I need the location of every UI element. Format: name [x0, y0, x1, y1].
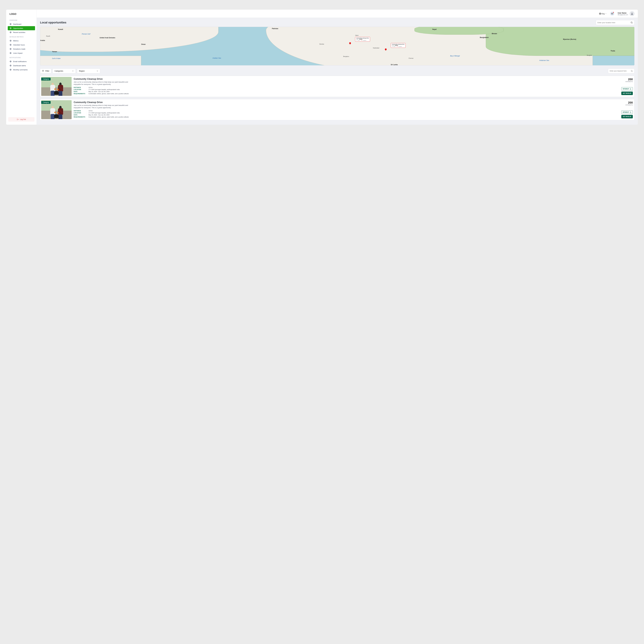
sidebar-item-label: Lives Impact [13, 52, 23, 54]
filters-row: Filter Categories Region [40, 69, 634, 73]
map-popup-time: ⏱ Time [356, 40, 360, 41]
sidebar-section-label: OVERVIEW [8, 18, 35, 22]
meta-value: 17-2-644 hyernagar bapatla, andhraprades… [88, 89, 120, 90]
meta-key: DISTANCE [74, 110, 86, 112]
opportunity-card: CategoryCommunity Cleanup DriveJoin us f… [40, 99, 634, 120]
sidebar-item-label: Recent activities [13, 31, 25, 33]
filter-label: Filter [45, 70, 49, 72]
sidebar-item-opportunities[interactable]: Opportunities [8, 26, 35, 30]
target-icon [10, 52, 12, 54]
map[interactable]: KuwaitPersian GulfRiyadhArabiaUnited Ara… [40, 27, 634, 65]
map-label: Gulf of Aden [52, 58, 61, 59]
map-popup[interactable]: Community cleanup driveDate: 160624⏱ Tim… [391, 43, 406, 48]
target-icon [10, 44, 12, 46]
map-label: Persian Gulf [82, 33, 90, 35]
interest-button[interactable]: INTEREST [621, 111, 633, 114]
target-icon [10, 23, 12, 25]
meta-value: May 23, 2024 - Sun Jun 30, 2024 [88, 91, 109, 92]
chevron-down-icon [72, 70, 74, 72]
sidebar-item-recent-activities[interactable]: Recent activities [8, 30, 35, 34]
svg-point-6 [10, 40, 11, 41]
category-tag: Category [41, 101, 51, 104]
map-label: Oman [141, 43, 146, 45]
target-icon [10, 69, 12, 71]
mail-button[interactable] [610, 11, 614, 16]
page-title: Local opportunities [40, 21, 66, 24]
meta-value: 10 Km [88, 110, 93, 112]
get-involve-button[interactable]: GET INVOLVE [621, 115, 633, 118]
map-label: Arabian Sea [213, 57, 221, 59]
meta-key: REQUIREMENTS [74, 93, 86, 94]
keyword-input[interactable] [610, 70, 631, 72]
svg-point-23 [631, 22, 632, 23]
svg-point-12 [10, 53, 11, 53]
location-input[interactable] [598, 22, 630, 24]
sidebar-item-email-notifications[interactable]: Email notifications [8, 59, 35, 63]
sidebar-section-label: NOTIFICATIONS [8, 55, 35, 59]
map-label: Nepal [432, 28, 437, 30]
sidebar-item-lives-impact[interactable]: Lives Impact [8, 51, 35, 55]
thumbs-up-icon [630, 88, 631, 90]
map-label: Chennai [409, 58, 413, 59]
sidebar-item-donations-made[interactable]: Donations made [8, 47, 35, 51]
logout-label: Log Out [20, 118, 26, 120]
svg-point-22 [632, 13, 632, 14]
sidebar-item-metrics[interactable]: Metrics [8, 39, 35, 43]
map-label: Andaman Sea [539, 60, 549, 61]
meta-value: Comfortable clothes, gloves, water bottl… [88, 116, 129, 118]
target-icon [10, 31, 12, 33]
map-label: Bay of Bengal [450, 55, 460, 57]
map-label: Yemen [52, 51, 57, 53]
sidebar-item-label: Dashboard alerts [13, 65, 26, 67]
svg-point-14 [10, 61, 11, 62]
svg-point-16 [10, 65, 11, 66]
filter-button[interactable]: Filter [40, 69, 51, 73]
sidebar-item-dashboard-alerts[interactable]: Dashboard alerts [8, 63, 35, 68]
map-label: Bangladesh [480, 37, 489, 38]
interest-count-label: INTERESTS [625, 104, 633, 106]
card-description: Join us for a community cleanup drive to… [74, 104, 129, 109]
map-label: Sri Lanka [391, 64, 398, 65]
location-search[interactable] [596, 20, 634, 25]
logout-button[interactable]: Log Out [8, 117, 35, 122]
svg-point-18 [10, 69, 11, 70]
topbar: Eng User Name Abc@gmail.com [37, 10, 638, 18]
card-title: Community Cleanup Drive [74, 78, 620, 80]
svg-point-10 [10, 49, 11, 49]
user-menu[interactable]: User Name Abc@gmail.com [618, 11, 634, 16]
map-label: United Arab Emirates [100, 37, 115, 39]
interest-count: 200 [625, 78, 633, 81]
map-popup-title: Community cleanup drive [356, 37, 369, 39]
map-label: Thaila [611, 50, 615, 52]
meta-key: DATE [74, 114, 86, 116]
target-icon [10, 48, 12, 50]
sidebar-item-dashboard[interactable]: Dashboard [8, 22, 35, 26]
svg-point-13 [10, 52, 11, 54]
keyword-search[interactable] [608, 69, 634, 73]
sidebar-item-volunteer-hours[interactable]: Volunteer hours [8, 43, 35, 47]
sidebar-item-label: Donations made [13, 48, 25, 50]
card-title: Community Cleanup Drive [74, 101, 620, 104]
interest-button[interactable]: INTEREST [621, 87, 633, 91]
categories-dropdown[interactable]: Categories [53, 69, 76, 73]
map-popup[interactable]: Community cleanup driveDate: 160624⏱ Tim… [355, 37, 370, 42]
map-label: Myanmar (Burma) [563, 38, 576, 40]
mail-icon [611, 12, 613, 15]
get-involve-button[interactable]: GET INVOLVE [621, 92, 633, 95]
chevron-down-icon [96, 70, 98, 72]
person-icon [631, 12, 633, 15]
logout-icon [17, 118, 19, 120]
sidebar-item-label: Opportunities [13, 27, 23, 29]
svg-point-5 [10, 32, 11, 33]
avatar [630, 11, 634, 16]
region-dropdown[interactable]: Region [77, 69, 100, 73]
svg-point-11 [10, 48, 11, 50]
language-selector[interactable]: Eng [599, 13, 607, 15]
map-label: Bhutan [492, 33, 497, 35]
map-label: Arabia [40, 40, 45, 41]
target-icon [10, 27, 12, 29]
target-icon [10, 60, 12, 62]
search-icon [631, 70, 633, 72]
sidebar-item-monthly-summaries[interactable]: Monthly summaries [8, 68, 35, 72]
svg-point-24 [631, 70, 632, 71]
